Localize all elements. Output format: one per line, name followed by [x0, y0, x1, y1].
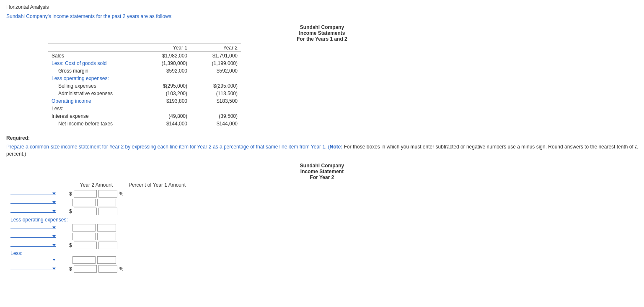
- table-row: Administrative expenses (103,200) (113,5…: [48, 90, 241, 97]
- cs-net-income-dollar: $: [69, 266, 72, 272]
- cs-gross-margin-dropdown[interactable]: [10, 210, 56, 213]
- cs-interest-amount-input[interactable]: [72, 256, 96, 264]
- cs-net-income-dropdown[interactable]: [10, 268, 56, 270]
- gross-margin-label: Gross margin: [48, 67, 140, 75]
- cs-interest-dropdown[interactable]: [10, 259, 56, 261]
- statement-title: Income Statements: [6, 30, 638, 36]
- cs-sales-amount-input[interactable]: [74, 190, 97, 198]
- net-income-year2: $144,000: [191, 120, 241, 127]
- cs-admin-dropdown-container: [10, 235, 69, 238]
- table-row: Sales $1,982,000 $1,791,000: [48, 52, 241, 60]
- cs-admin-dropdown-arrow[interactable]: [52, 235, 56, 237]
- cs-period: For Year 2: [6, 174, 638, 180]
- cs-operating-income-dropdown[interactable]: [10, 244, 56, 247]
- admin-exp-year1: (103,200): [140, 90, 191, 97]
- cs-selling-amount-input[interactable]: [72, 224, 96, 232]
- cs-gross-margin-dropdown-container: [10, 210, 69, 213]
- selling-exp-year2: $(295,000): [191, 82, 241, 90]
- statement-period: For the Years 1 and 2: [6, 36, 638, 42]
- cs-gross-margin-amount-input[interactable]: [74, 208, 97, 215]
- cs-row-operating-income: $: [10, 242, 638, 249]
- table-row: Interest expense (49,800) (39,500): [48, 112, 241, 120]
- cs-statement-header: Sundahl Company Income Statement For Yea…: [6, 163, 638, 180]
- prepare-text: Prepare a common-size income statement f…: [6, 143, 638, 158]
- cs-sales-pct-symbol: %: [119, 191, 124, 197]
- sales-year1: $1,982,000: [140, 52, 191, 60]
- cs-sales-dropdown[interactable]: [10, 193, 56, 195]
- less-opex-label: Less operating expenses:: [48, 75, 140, 82]
- cs-selling-dropdown[interactable]: [10, 226, 56, 229]
- cs-admin-pct-input[interactable]: [97, 233, 116, 240]
- cs-cogs-dropdown[interactable]: [10, 201, 56, 204]
- cs-selling-pct-input[interactable]: [97, 224, 116, 232]
- table-row: Less:: [48, 105, 241, 112]
- selling-exp-year1: $(295,000): [140, 82, 191, 90]
- cs-company-name: Sundahl Company: [6, 163, 638, 169]
- cs-row-net-income: $ %: [10, 265, 638, 273]
- company-name: Sundahl Company: [6, 24, 638, 30]
- cs-interest-dropdown-container: [10, 259, 69, 261]
- cs-selling-dropdown-arrow[interactable]: [52, 226, 56, 229]
- cs-gross-margin-pct-input[interactable]: [98, 208, 117, 215]
- cs-selling-inputs: [69, 224, 116, 232]
- cs-row-admin: [10, 233, 638, 240]
- cs-row-gross-margin: $: [10, 208, 638, 215]
- cs-cogs-dropdown-arrow[interactable]: [52, 201, 56, 203]
- operating-income-year1: $193,800: [140, 97, 191, 105]
- gross-margin-year1: $592,000: [140, 67, 191, 75]
- table-row: Less operating expenses:: [48, 75, 241, 82]
- less-label: Less:: [48, 105, 140, 112]
- cs-pct-col-header: Percent of Year 1 Amount: [124, 182, 191, 188]
- cogs-year2: (1,199,000): [191, 60, 241, 67]
- cogs-label: Less: Cost of goods sold: [48, 60, 140, 67]
- cs-net-income-amount-input[interactable]: [74, 265, 97, 273]
- cs-sales-dropdown-arrow[interactable]: [52, 193, 56, 195]
- cs-sales-pct-input[interactable]: [98, 190, 117, 198]
- table-row: Net income before taxes $144,000 $144,00…: [48, 120, 241, 127]
- sales-label: Sales: [48, 52, 140, 60]
- year2-header: Year 2: [191, 44, 241, 52]
- operating-income-label: Operating income: [48, 97, 140, 105]
- cs-cogs-inputs: [69, 199, 116, 206]
- cs-table-container: Year 2 Amount Percent of Year 1 Amount $…: [10, 182, 638, 273]
- income-statement-table: Year 1 Year 2 Sales $1,982,000 $1,791,00…: [48, 44, 241, 127]
- cs-interest-dropdown-arrow[interactable]: [52, 259, 56, 261]
- cs-net-income-pct-input[interactable]: [98, 265, 117, 273]
- cs-interest-pct-input[interactable]: [97, 256, 116, 264]
- cs-less-label: Less:: [10, 250, 638, 256]
- cs-sales-dollar: $: [69, 191, 72, 197]
- table-row: Operating income $193,800 $183,500: [48, 97, 241, 105]
- admin-exp-label: Administrative expenses: [48, 90, 140, 97]
- cs-operating-income-pct-input[interactable]: [98, 242, 117, 249]
- cs-cogs-amount-input[interactable]: [72, 199, 96, 206]
- table-row: Selling expenses $(295,000) $(295,000): [48, 82, 241, 90]
- interest-exp-year2: (39,500): [191, 112, 241, 120]
- cs-admin-amount-input[interactable]: [72, 233, 96, 240]
- interest-exp-year1: (49,800): [140, 112, 191, 120]
- sales-year2: $1,791,000: [191, 52, 241, 60]
- cs-row-interest: [10, 256, 638, 264]
- year1-header: Year 1: [140, 44, 191, 52]
- table-row: Less: Cost of goods sold (1,390,000) (1,…: [48, 60, 241, 67]
- cs-operating-income-amount-input[interactable]: [74, 242, 97, 249]
- cs-operating-income-dollar: $: [69, 242, 72, 248]
- income-statement-header: Sundahl Company Income Statements For th…: [6, 24, 638, 42]
- cs-gross-margin-dropdown-arrow[interactable]: [52, 210, 56, 212]
- cs-net-income-inputs: $ %: [69, 265, 123, 273]
- cs-row-cogs: [10, 199, 638, 206]
- cs-cogs-pct-input[interactable]: [97, 199, 116, 206]
- cs-row-selling: [10, 224, 638, 232]
- cs-selling-dropdown-container: [10, 226, 69, 229]
- cs-operating-income-inputs: $: [69, 242, 117, 249]
- cs-sales-inputs: $ %: [69, 190, 123, 198]
- selling-exp-label: Selling expenses: [48, 82, 140, 90]
- prepare-text-main: Prepare a common-size income statement f…: [6, 144, 330, 150]
- cs-net-income-dropdown-arrow[interactable]: [52, 268, 56, 270]
- net-income-year1: $144,000: [140, 120, 191, 127]
- cs-operating-income-dropdown-arrow[interactable]: [52, 244, 56, 246]
- table-row: Gross margin $592,000 $592,000: [48, 67, 241, 75]
- cogs-year1: (1,390,000): [140, 60, 191, 67]
- cs-cogs-dropdown-container: [10, 201, 69, 204]
- cs-operating-income-dropdown-container: [10, 244, 69, 247]
- cs-admin-dropdown[interactable]: [10, 235, 56, 238]
